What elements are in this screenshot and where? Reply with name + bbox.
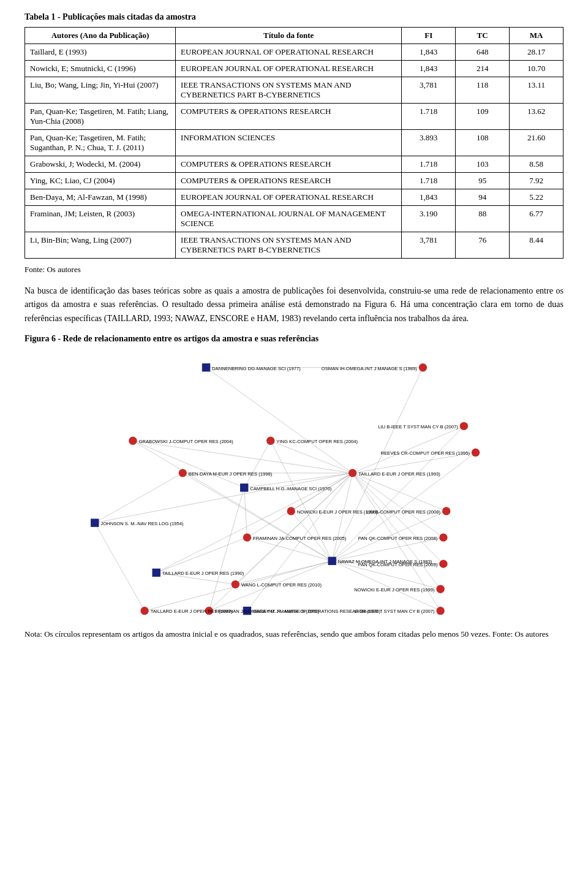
table-row: Taillard, E (1993)EUROPEAN JOURNAL OF OP… [25,44,564,61]
graph-note: Nota: Os círculos representam os artigos… [24,628,564,640]
table-title: Tabela 1 - Publicações mais citadas da a… [24,12,564,22]
svg-line-29 [353,427,464,474]
header-autores: Autores (Ano da Publicação) [25,28,176,44]
svg-rect-49 [91,519,99,527]
svg-rect-47 [240,484,248,491]
table-row: Pan, Quan-Ke; Tasgetiren, M. Fatih; Lian… [25,104,564,130]
svg-text:LI BB-IEEE T SYST MAN CY B (20: LI BB-IEEE T SYST MAN CY B (2007) [355,609,435,615]
cell-ma: 8.58 [510,156,564,173]
table-row: Ying, KC; Liao, CJ (2004)COMPUTERS & OPE… [25,173,564,189]
body-paragraph-1: Na busca de identificação das bases teór… [24,284,564,325]
svg-point-59 [179,469,187,477]
svg-point-77 [472,449,480,457]
svg-text:NOWICKI E-EUR J OPER RES (1999: NOWICKI E-EUR J OPER RES (1999) [354,587,435,593]
cell-tc: 109 [456,104,510,130]
cell-tc: 118 [456,77,510,104]
svg-text:WANG L-COMPUT OPER RES (2010): WANG L-COMPUT OPER RES (2010) [241,583,322,588]
svg-line-11 [95,473,183,523]
cell-autores: Liu, Bo; Wang, Ling; Jin, Yi-Hui (2007) [25,77,176,104]
cell-ma: 28.17 [510,44,564,61]
svg-line-35 [353,473,443,537]
svg-rect-53 [153,569,160,577]
svg-line-6 [133,441,353,473]
svg-text:LIU B-COMPUT OPER RES (2008): LIU B-COMPUT OPER RES (2008) [367,509,441,515]
cell-fi: 3.190 [402,206,456,232]
svg-line-14 [244,441,271,488]
cell-titulo: IEEE TRANSACTIONS ON SYSTEMS MAN AND CYB… [176,232,402,259]
svg-text:REEVES CR-COMPUT OPER RES (199: REEVES CR-COMPUT OPER RES (1995) [380,450,470,456]
svg-point-67 [243,534,251,542]
cell-autores: Ben-Daya, M; Al-Fawzan, M (1998) [25,189,176,206]
cell-fi: 3,781 [402,232,456,259]
table-row: Pan, Quan-Ke; Tasgetiren, M. Fatih; Suga… [25,130,564,156]
cell-fi: 1,843 [402,189,456,206]
network-graph: DANNENBRING DG-MANAGE SCI (1977)CAMPBELL… [24,350,564,620]
svg-point-81 [439,534,447,542]
svg-line-33 [353,473,447,511]
svg-point-73 [140,607,148,615]
svg-line-39 [353,473,440,589]
cell-tc: 648 [456,44,510,61]
cell-titulo: OMEGA-INTERNATIONAL JOURNAL OF MANAGEMEN… [176,206,402,232]
svg-rect-45 [202,363,210,371]
cell-tc: 94 [456,189,510,206]
svg-line-19 [244,488,247,537]
header-ma: MA [510,28,564,44]
cell-ma: 13.62 [510,104,564,130]
svg-point-57 [129,437,137,445]
svg-line-17 [247,473,352,537]
svg-line-8 [133,441,244,488]
svg-point-75 [460,422,468,430]
svg-point-61 [266,437,274,445]
figure-title: Figura 6 - Rede de relacionamento entre … [24,334,564,344]
cell-tc: 214 [456,61,510,77]
cell-autores: Ying, KC; Liao, CJ (2004) [25,173,176,189]
svg-text:TAILLARD E-EUR J OPER RES (199: TAILLARD E-EUR J OPER RES (1990) [162,571,244,576]
cell-titulo: IEEE TRANSACTIONS ON SYSTEMS MAN AND CYB… [176,77,402,104]
header-fi: FI [402,28,456,44]
svg-text:PAN QK-COMPUT OPER RES (2008): PAN QK-COMPUT OPER RES (2008) [358,536,438,541]
cell-fi: 3.893 [402,130,456,156]
svg-point-79 [442,507,450,515]
svg-point-63 [349,469,356,477]
table-row: Nowicki, E; Smutnicki, C (1996)EUROPEAN … [25,61,564,77]
svg-point-87 [436,607,444,615]
svg-text:PAN QK-COMPUT OPER RES (2009): PAN QK-COMPUT OPER RES (2009) [358,562,438,567]
cell-tc: 103 [456,156,510,173]
svg-point-89 [419,363,427,371]
cell-autores: Nowicki, E; Smutnicki, C (1996) [25,61,176,77]
header-tc: TC [456,28,510,44]
cell-ma: 7.92 [510,173,564,189]
header-titulo: Título da fonte [176,28,402,44]
cell-fi: 1,843 [402,44,456,61]
cell-fi: 3,781 [402,77,456,104]
svg-text:NOWICKI E-EUR J OPER RES (1996: NOWICKI E-EUR J OPER RES (1996) [297,509,378,515]
cell-fi: 1.718 [402,173,456,189]
cell-tc: 95 [456,173,510,189]
svg-text:JOHNSON S. M.-NAV RES LOG (195: JOHNSON S. M.-NAV RES LOG (1954) [100,521,184,526]
svg-text:LIU B-IEEE T SYST MAN CY B (20: LIU B-IEEE T SYST MAN CY B (2007) [378,424,458,430]
publications-table: Autores (Ano da Publicação) Título da fo… [24,27,564,259]
svg-point-85 [436,585,444,593]
table-row: Ben-Daya, M; Al-Fawzan, M (1998)EUROPEAN… [25,189,564,206]
cell-ma: 6.77 [510,206,564,232]
svg-text:TAILLARD E-EUR J OPER RES (199: TAILLARD E-EUR J OPER RES (1993) [358,471,440,477]
cell-tc: 76 [456,232,510,259]
cell-tc: 108 [456,130,510,156]
svg-point-83 [439,560,447,568]
svg-rect-51 [328,557,336,565]
cell-autores: Pan, Quan-Ke; Tasgetiren, M. Fatih; Suga… [25,130,176,156]
cell-titulo: EUROPEAN JOURNAL OF OPERATIONAL RESEARCH [176,44,402,61]
svg-point-69 [232,580,239,588]
svg-line-25 [209,473,352,611]
cell-ma: 13.11 [510,77,564,104]
table-row: Li, Bin-Bin; Wang, Ling (2007)IEEE TRANS… [25,232,564,259]
cell-ma: 21.60 [510,130,564,156]
cell-autores: Li, Bin-Bin; Wang, Ling (2007) [25,232,176,259]
cell-fi: 1,843 [402,61,456,77]
svg-line-12 [271,441,353,473]
cell-fi: 1.718 [402,156,456,173]
table-fonte: Fonte: Os autores [24,265,564,275]
svg-line-28 [95,523,145,610]
svg-line-20 [156,537,247,572]
